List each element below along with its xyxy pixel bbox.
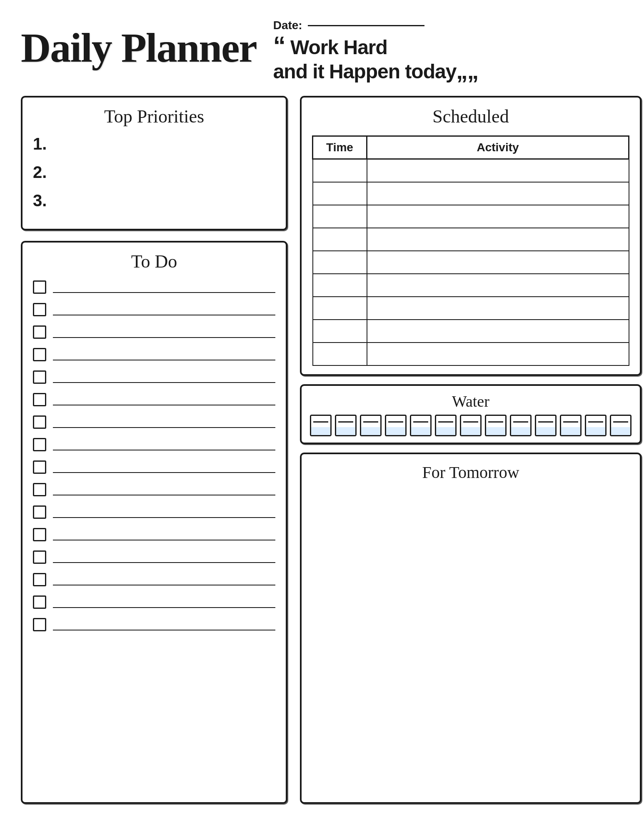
- water-glass-11[interactable]: [560, 415, 582, 436]
- schedule-row: [313, 159, 629, 182]
- todo-checkbox[interactable]: [33, 438, 46, 451]
- todo-item: [33, 528, 275, 541]
- schedule-time[interactable]: [313, 228, 367, 251]
- schedule-activity[interactable]: [367, 251, 629, 274]
- todo-checkbox[interactable]: [33, 325, 46, 339]
- todo-item: [33, 348, 275, 361]
- schedule-table: Time Activity: [312, 135, 629, 366]
- schedule-time[interactable]: [313, 343, 367, 365]
- todo-checkbox[interactable]: [33, 415, 46, 429]
- water-glass-5[interactable]: [410, 415, 432, 436]
- quote-open: “: [273, 31, 285, 59]
- todo-line[interactable]: [53, 619, 275, 630]
- todo-line[interactable]: [53, 326, 275, 338]
- water-glass-3[interactable]: [360, 415, 382, 436]
- quote-close: ””: [456, 70, 478, 96]
- schedule-time[interactable]: [313, 297, 367, 320]
- todo-checkbox[interactable]: [33, 505, 46, 519]
- left-column: Top Priorities 1. 2. 3. To Do: [21, 96, 287, 804]
- todo-line[interactable]: [53, 529, 275, 540]
- schedule-row: [313, 228, 629, 251]
- todo-line[interactable]: [53, 281, 275, 293]
- schedule-row: [313, 251, 629, 274]
- schedule-time[interactable]: [313, 205, 367, 228]
- tomorrow-title: For Tomorrow: [312, 463, 629, 482]
- todo-item: [33, 483, 275, 496]
- title-section: Daily Planner: [21, 25, 257, 71]
- todo-line[interactable]: [53, 439, 275, 450]
- quote-section: Date: “ Work Hard and it Happen today””: [273, 17, 623, 83]
- todo-line[interactable]: [53, 304, 275, 315]
- todo-line[interactable]: [53, 551, 275, 563]
- schedule-activity[interactable]: [367, 297, 629, 320]
- schedule-activity[interactable]: [367, 182, 629, 205]
- date-underline[interactable]: [308, 25, 424, 26]
- todo-item: [33, 415, 275, 429]
- schedule-activity[interactable]: [367, 159, 629, 182]
- todo-item: [33, 325, 275, 339]
- water-glass-10[interactable]: [535, 415, 557, 436]
- todo-line[interactable]: [53, 416, 275, 428]
- todo-item: [33, 460, 275, 474]
- scheduled-section: Scheduled Time Activity: [300, 96, 642, 376]
- todo-line[interactable]: [53, 371, 275, 383]
- todo-line[interactable]: [53, 506, 275, 518]
- todo-line[interactable]: [53, 574, 275, 585]
- water-glass-8[interactable]: [485, 415, 507, 436]
- todo-item: [33, 595, 275, 609]
- priority-number-3: 3.: [33, 191, 47, 210]
- todo-checkbox[interactable]: [33, 370, 46, 384]
- water-glass-12[interactable]: [585, 415, 607, 436]
- todo-item: [33, 573, 275, 586]
- todo-item: [33, 303, 275, 316]
- todo-checkbox[interactable]: [33, 573, 46, 586]
- water-glass-9[interactable]: [510, 415, 532, 436]
- date-line: Date:: [273, 19, 623, 32]
- schedule-time[interactable]: [313, 251, 367, 274]
- schedule-row: [313, 274, 629, 297]
- todo-checkbox[interactable]: [33, 528, 46, 541]
- schedule-row: [313, 297, 629, 320]
- water-glass-13[interactable]: [610, 415, 632, 436]
- todo-checkbox[interactable]: [33, 618, 46, 631]
- schedule-activity[interactable]: [367, 343, 629, 365]
- schedule-activity[interactable]: [367, 228, 629, 251]
- header: Daily Planner Date: “ Work Hard and it H…: [21, 17, 623, 83]
- quote-line1: Work Hard: [290, 36, 387, 58]
- todo-checkbox[interactable]: [33, 348, 46, 361]
- schedule-time[interactable]: [313, 182, 367, 205]
- water-glass-2[interactable]: [335, 415, 357, 436]
- schedule-activity[interactable]: [367, 320, 629, 343]
- water-glass-7[interactable]: [460, 415, 482, 436]
- todo-checkbox[interactable]: [33, 280, 46, 294]
- todo-line[interactable]: [53, 596, 275, 608]
- schedule-time[interactable]: [313, 320, 367, 343]
- todo-item: [33, 550, 275, 564]
- right-column: Scheduled Time Activity: [300, 96, 642, 804]
- schedule-activity[interactable]: [367, 205, 629, 228]
- water-glass-6[interactable]: [435, 415, 457, 436]
- todo-line[interactable]: [53, 484, 275, 495]
- todo-item: [33, 280, 275, 294]
- schedule-time[interactable]: [313, 274, 367, 297]
- water-glass-4[interactable]: [385, 415, 407, 436]
- page-title: Daily Planner: [21, 25, 257, 71]
- schedule-time[interactable]: [313, 159, 367, 182]
- page: Daily Planner Date: “ Work Hard and it H…: [0, 0, 644, 833]
- water-glass-1[interactable]: [310, 415, 332, 436]
- todo-checkbox[interactable]: [33, 483, 46, 496]
- todo-checkbox[interactable]: [33, 393, 46, 406]
- todo-checkbox[interactable]: [33, 303, 46, 316]
- todo-line[interactable]: [53, 461, 275, 473]
- todo-checkbox[interactable]: [33, 550, 46, 564]
- schedule-activity[interactable]: [367, 274, 629, 297]
- priority-number-2: 2.: [33, 163, 47, 181]
- col-activity: Activity: [367, 136, 629, 159]
- top-priorities-section: Top Priorities 1. 2. 3.: [21, 96, 287, 230]
- todo-checkbox[interactable]: [33, 460, 46, 474]
- todo-item: [33, 393, 275, 406]
- todo-line[interactable]: [53, 394, 275, 405]
- todo-line[interactable]: [53, 349, 275, 360]
- todo-checkbox[interactable]: [33, 595, 46, 609]
- todo-item: [33, 370, 275, 384]
